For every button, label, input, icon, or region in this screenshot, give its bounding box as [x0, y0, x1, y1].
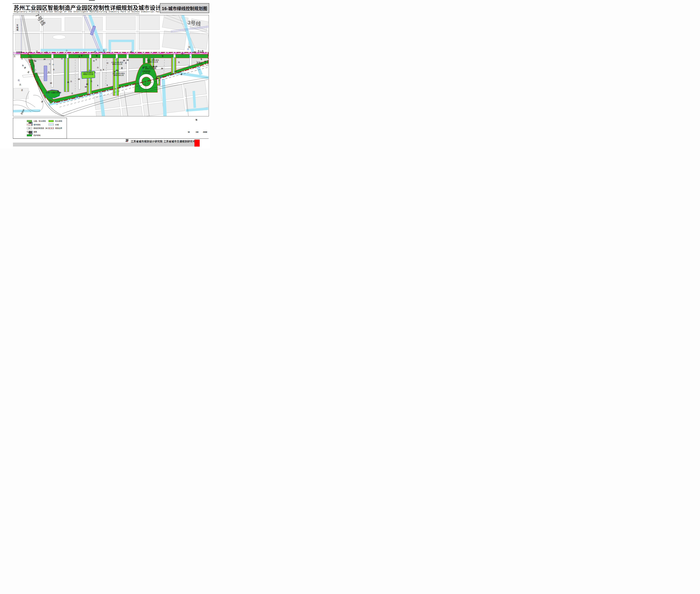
legend-item-street-green: 街头绿地	[49, 120, 62, 122]
protective-green-swatch	[27, 134, 32, 136]
footer-red-block	[194, 139, 200, 146]
map-canvas	[13, 15, 209, 116]
legend-item-city-green-line: 城市绿线	[27, 124, 49, 126]
svg-text:30: 30	[29, 127, 30, 129]
page-subtitle: Regulatory Planning and Urban Design of …	[14, 10, 161, 13]
legend-item-green-line-width: 30 绿线控制宽度（米）	[27, 127, 49, 129]
legend-item-planning-boundary: 规划边界	[49, 127, 62, 129]
footer-rule	[13, 138, 209, 139]
legend-item-protective-green: 防护绿地	[27, 134, 49, 136]
scale-label: 150	[196, 131, 198, 133]
legend-item-road: 道路	[27, 131, 49, 133]
road-swatch	[27, 131, 32, 133]
street-green-swatch	[49, 120, 54, 122]
legend-panel: 图 例 公园、街头绿地 城市绿线 30 绿线控制宽度（米）	[13, 118, 67, 139]
footer-gray-bar	[13, 143, 194, 146]
sheet-title: 16-城市绿线控制规划图	[162, 5, 208, 11]
water-swatch	[49, 124, 54, 126]
scale-label: 50	[188, 131, 190, 133]
map-geometry	[13, 15, 209, 116]
planning-boundary-swatch	[49, 127, 54, 129]
green-line-width-swatch: 30	[27, 127, 32, 129]
compass-north-label: N	[196, 119, 197, 121]
scale-label: 250M	[203, 131, 207, 133]
plan-sheet: 苏州工业园区智能制造产业园区控制性详细规划及城市设计 Regulatory Pl…	[0, 0, 210, 148]
institute-logo-icon	[125, 139, 129, 142]
city-green-line-swatch	[27, 124, 32, 126]
legend-item-park-street-green: 公园、街头绿地	[27, 120, 49, 122]
top-registration-mark	[89, 0, 95, 1]
street-green-j1	[81, 71, 95, 79]
city-blocks-north	[15, 15, 209, 51]
park-street-green-swatch	[27, 120, 32, 122]
legend-item-water: 水域	[49, 124, 62, 126]
page-title: 苏州工业园区智能制造产业园区控制性详细规划及城市设计	[14, 3, 161, 11]
title-bottom-rule	[13, 13, 139, 14]
sheet-title-box: 16-城市绿线控制规划图	[160, 3, 209, 13]
